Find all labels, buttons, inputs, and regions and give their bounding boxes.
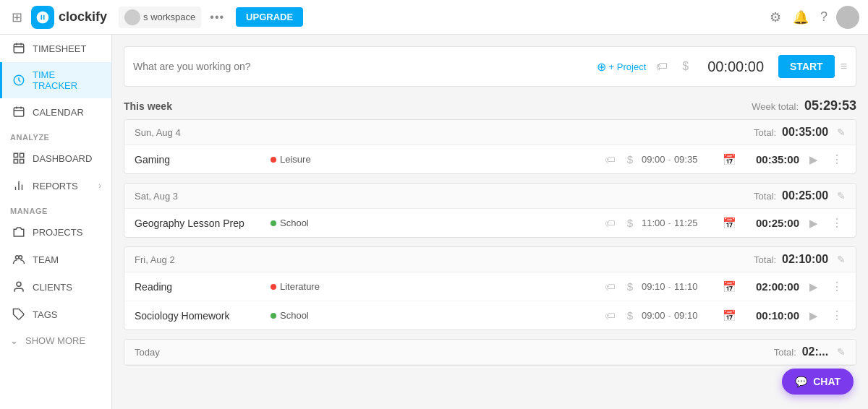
- entry-project: Literature: [271, 281, 596, 292]
- day-total-time: 02:10:00: [782, 253, 828, 265]
- entry-tag-icon[interactable]: 🏷: [602, 153, 618, 165]
- entry-end-time[interactable]: 09:10: [674, 310, 698, 321]
- show-more-item[interactable]: ⌄ SHOW MORE: [0, 328, 111, 353]
- chat-button[interactable]: 💬 CHAT: [782, 369, 854, 395]
- entry-end-time[interactable]: 11:10: [674, 281, 698, 292]
- workspace-selector[interactable]: s workspace: [119, 7, 201, 28]
- entry-row: Gaming Leisure 🏷 $ 09:00 - 09:35 📅 00:35…: [124, 145, 856, 173]
- entry-options-icon[interactable]: ≡: [841, 60, 847, 73]
- calendar-icon: [12, 106, 25, 119]
- entry-start-time[interactable]: 09:10: [642, 281, 665, 292]
- day-header: Today Total: 02:... ✎: [124, 340, 856, 365]
- entry-calendar-icon[interactable]: 📅: [720, 153, 739, 166]
- time-separator: -: [668, 281, 671, 292]
- time-entry-bar: ⊕ + Project 🏷 $ 00:00:00 START ≡: [124, 46, 856, 87]
- entry-calendar-icon[interactable]: 📅: [720, 280, 739, 293]
- time-entry-input[interactable]: [133, 61, 591, 72]
- entry-project-name[interactable]: School: [280, 310, 309, 321]
- sidebar-item-timesheet[interactable]: TIMESHEET: [0, 35, 111, 62]
- entry-project-name[interactable]: Leisure: [280, 154, 311, 165]
- topnav: ⊞ clockify s workspace ••• UPGRADE ⚙ 🔔 ?: [0, 0, 868, 35]
- sidebar-label-projects: PROJECTS: [33, 227, 82, 238]
- main-content: ⊕ + Project 🏷 $ 00:00:00 START ≡ This we…: [112, 35, 868, 409]
- billable-icon[interactable]: $: [678, 60, 693, 73]
- help-icon[interactable]: ?: [817, 7, 830, 27]
- settings-icon[interactable]: ⚙: [767, 7, 784, 28]
- sidebar-item-reports[interactable]: REPORTS ›: [0, 172, 111, 199]
- entry-time-range: 11:00 - 11:25: [642, 218, 714, 228]
- user-avatar[interactable]: [836, 6, 859, 29]
- entry-duration: 00:35:00: [745, 153, 799, 165]
- workspace-more-icon[interactable]: •••: [207, 8, 227, 27]
- sidebar-item-clients[interactable]: CLIENTS: [0, 273, 111, 301]
- analyze-section-label: ANALYZE: [0, 126, 111, 145]
- entry-tag-icon[interactable]: 🏷: [602, 280, 618, 293]
- entry-time-range: 09:00 - 09:10: [642, 310, 714, 321]
- sidebar-item-team[interactable]: TEAM: [0, 246, 111, 273]
- entry-menu-icon[interactable]: ⋮: [828, 152, 846, 166]
- day-group: Sun, Aug 4 Total: 00:35:00 ✎ Gaming Leis…: [124, 119, 856, 174]
- show-more-label: SHOW MORE: [25, 335, 85, 346]
- entry-play-icon[interactable]: ▶: [805, 153, 822, 166]
- timer-display: 00:00:00: [699, 59, 773, 75]
- day-group: Today Total: 02:... ✎: [124, 339, 856, 366]
- entry-play-icon[interactable]: ▶: [805, 309, 822, 322]
- entry-menu-icon[interactable]: ⋮: [828, 216, 846, 230]
- upgrade-button[interactable]: UPGRADE: [236, 7, 303, 27]
- entry-time-range: 09:00 - 09:35: [642, 154, 714, 165]
- entry-billable-icon[interactable]: $: [624, 280, 636, 293]
- start-button[interactable]: START: [778, 55, 835, 78]
- tags-icon: [12, 308, 25, 321]
- day-date: Sun, Aug 4: [135, 127, 181, 138]
- entry-start-time[interactable]: 09:00: [642, 154, 665, 165]
- day-date: Today: [135, 347, 160, 358]
- day-edit-icon[interactable]: ✎: [837, 190, 846, 202]
- entry-time-range: 09:10 - 11:10: [642, 281, 714, 292]
- entry-tag-icon[interactable]: 🏷: [602, 309, 618, 322]
- entry-play-icon[interactable]: ▶: [805, 280, 822, 293]
- day-edit-icon[interactable]: ✎: [837, 126, 846, 138]
- reports-arrow-icon: ›: [98, 181, 101, 191]
- entry-project-name[interactable]: School: [280, 218, 309, 228]
- svg-point-17: [19, 256, 22, 259]
- entry-menu-icon[interactable]: ⋮: [828, 309, 846, 322]
- entry-tag-icon[interactable]: 🏷: [602, 217, 618, 229]
- day-total-label: Total:: [774, 347, 796, 358]
- day-edit-icon[interactable]: ✎: [837, 254, 846, 265]
- entry-start-time[interactable]: 11:00: [642, 218, 665, 228]
- entry-end-time[interactable]: 09:35: [674, 154, 698, 165]
- entry-billable-icon[interactable]: $: [624, 153, 636, 165]
- day-header: Sun, Aug 4 Total: 00:35:00 ✎: [124, 120, 856, 145]
- entry-start-time[interactable]: 09:00: [642, 310, 665, 321]
- entry-billable-icon[interactable]: $: [624, 309, 636, 322]
- svg-rect-10: [20, 153, 24, 157]
- svg-rect-0: [14, 44, 24, 53]
- sidebar-item-calendar[interactable]: CALENDAR: [0, 98, 111, 126]
- entry-project: Leisure: [271, 154, 596, 165]
- sidebar-item-dashboard[interactable]: DASHBOARD: [0, 145, 111, 172]
- entry-project-name[interactable]: Literature: [280, 281, 320, 292]
- time-separator: -: [668, 218, 671, 228]
- entry-duration: 00:25:00: [745, 217, 799, 229]
- entry-menu-icon[interactable]: ⋮: [828, 280, 846, 293]
- sidebar-item-projects[interactable]: PROJECTS: [0, 218, 111, 246]
- bell-icon[interactable]: 🔔: [790, 7, 812, 28]
- entry-calendar-icon[interactable]: 📅: [720, 309, 739, 322]
- entry-row: Sociology Homework School 🏷 $ 09:00 - 09…: [124, 301, 856, 330]
- day-total-area: Total: 02:10:00 ✎: [754, 253, 846, 266]
- project-dot-icon: [271, 220, 276, 226]
- day-group: Sat, Aug 3 Total: 00:25:00 ✎ Geography L…: [124, 183, 856, 238]
- tag-icon[interactable]: 🏷: [652, 60, 672, 73]
- day-edit-icon[interactable]: ✎: [837, 346, 846, 358]
- week-total-area: Week total: 05:29:53: [752, 98, 856, 113]
- project-label: + Project: [609, 61, 647, 72]
- apps-icon[interactable]: ⊞: [9, 7, 25, 28]
- entry-billable-icon[interactable]: $: [624, 217, 636, 229]
- entry-calendar-icon[interactable]: 📅: [720, 217, 739, 230]
- entry-play-icon[interactable]: ▶: [805, 217, 822, 230]
- sidebar-item-time-tracker[interactable]: TIME TRACKER: [0, 62, 111, 98]
- entry-end-time[interactable]: 11:25: [674, 218, 698, 228]
- day-total-label: Total:: [754, 254, 776, 265]
- project-selector[interactable]: ⊕ + Project: [597, 60, 647, 74]
- sidebar-item-tags[interactable]: TAGS: [0, 301, 111, 328]
